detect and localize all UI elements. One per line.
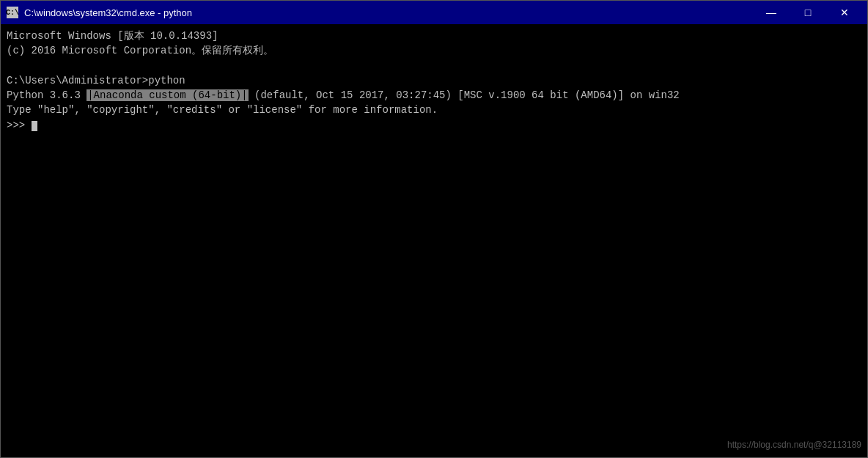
window-title: C:\windows\system32\cmd.exe - python (24, 7, 192, 18)
terminal-line-1: Microsoft Windows [版本 10.0.14393] (7, 29, 861, 43)
terminal-line-2: (c) 2016 Microsoft Corporation。保留所有权利。 (7, 43, 861, 58)
title-bar: C:\ C:\windows\system32\cmd.exe - python… (1, 1, 867, 24)
terminal-line-4: C:\Users\Administrator>python (7, 73, 861, 88)
cmd-icon: C:\ (7, 7, 18, 18)
maximize-button[interactable]: □ (791, 4, 825, 21)
terminal-line-5: Python 3.6.3 |Anaconda custom (64-bit)| … (7, 88, 861, 103)
minimize-button[interactable]: — (754, 4, 788, 21)
cmd-window: C:\ C:\windows\system32\cmd.exe - python… (0, 0, 868, 458)
watermark: https://blog.csdn.net/q@32113189 (727, 439, 861, 451)
anaconda-highlight: |Anaconda custom (64-bit)| (87, 89, 248, 101)
terminal-line-6: Type "help", "copyright", "credits" or "… (7, 103, 861, 117)
terminal-body[interactable]: Microsoft Windows [版本 10.0.14393] (c) 20… (1, 24, 867, 457)
close-button[interactable]: ✕ (828, 4, 861, 21)
terminal-line-3 (7, 59, 861, 73)
terminal-prompt-line: >>> (7, 118, 861, 133)
title-bar-controls: — □ ✕ (754, 4, 861, 21)
cursor (32, 121, 37, 131)
title-bar-left: C:\ C:\windows\system32\cmd.exe - python (7, 7, 192, 18)
